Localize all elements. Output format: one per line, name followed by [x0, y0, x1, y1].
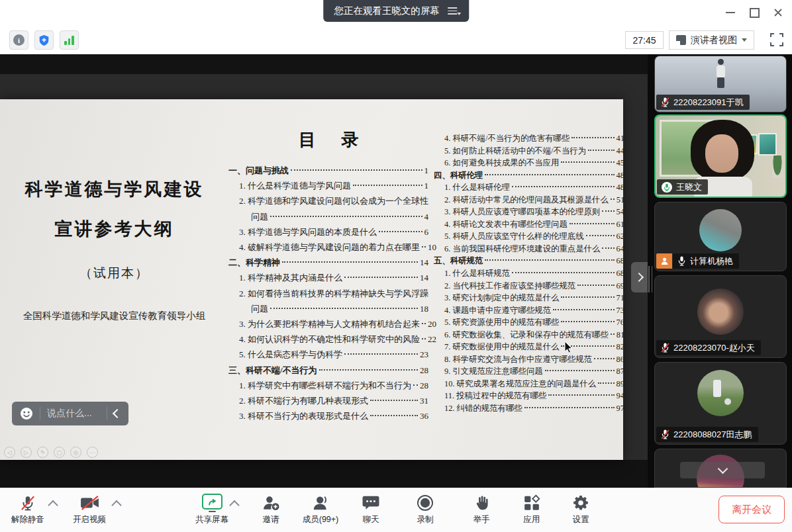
- toc-page-number: 76: [617, 316, 624, 329]
- fullscreen-button[interactable]: [769, 32, 784, 47]
- toolbar-label: 录制: [417, 514, 434, 525]
- toc-dot-leader: [344, 277, 418, 278]
- toc-entry: 4. 科研论文发表中有哪些伦理问题 61: [434, 218, 624, 231]
- doc-author: 全国科学道德和学风建设宣传教育领导小组: [0, 310, 228, 322]
- quick-chat-bar[interactable]: 说点什么...: [12, 402, 128, 425]
- meeting-info-button[interactable]: i: [9, 30, 28, 50]
- minimize-button[interactable]: [723, 5, 738, 20]
- toc-page-number: 14: [420, 255, 428, 270]
- toc-page-number: 81: [617, 329, 624, 341]
- toc-dot-leader: [344, 353, 418, 355]
- toolbar-label: 共享屏幕: [195, 514, 228, 525]
- toc-page-number: 1: [424, 163, 429, 178]
- toolbar-label: 举手: [473, 514, 490, 525]
- raise-hand-button[interactable]: 举手: [473, 494, 490, 525]
- video-options-chevron[interactable]: [111, 500, 122, 511]
- share-options-chevron[interactable]: [229, 500, 240, 511]
- toc-entry-text: 三、科研不端/不当行为: [228, 363, 317, 378]
- members-button[interactable]: 成员(99+): [303, 494, 339, 525]
- settings-button[interactable]: 设置: [572, 494, 589, 525]
- banner-menu-icon[interactable]: [448, 7, 458, 15]
- toc-page-number: 41: [617, 132, 624, 145]
- participant-tile-partial[interactable]: [654, 449, 787, 488]
- toc-entry-text: 3. 科研人员应该遵守哪四项基本的伦理原则: [444, 206, 600, 218]
- view-mode-label: 演讲者视图: [691, 34, 737, 46]
- chat-button[interactable]: 聊天: [362, 494, 379, 525]
- sidebar-collapse-handle[interactable]: [631, 262, 648, 292]
- raise-hand-icon: [473, 494, 490, 511]
- share-screen-button[interactable]: 共享屏幕: [195, 494, 228, 525]
- toc-dot-leader: [379, 231, 422, 232]
- maximize-button[interactable]: [747, 5, 762, 20]
- toc-dot-leader: [545, 370, 615, 371]
- toc-entry-text: 9. 引文规范应注意哪些问题: [444, 365, 543, 378]
- watching-banner[interactable]: 您正在观看王晓文的屏幕: [323, 0, 469, 22]
- participant-tile-yukai[interactable]: 22208223091于凯: [654, 56, 787, 112]
- viewer-control[interactable]: ▷: [21, 447, 32, 458]
- toc-entry-text: 二、科学精神: [228, 255, 280, 270]
- start-video-button[interactable]: 开启视频: [73, 494, 106, 525]
- toc-entry-text: 2. 如何看待当前科技界的科学精神缺失与学风浮躁: [239, 286, 428, 301]
- close-button[interactable]: [771, 5, 785, 20]
- viewer-control[interactable]: ⋯: [87, 447, 98, 458]
- apps-icon: [523, 494, 540, 511]
- view-mode-button[interactable]: 演讲者视图: [669, 30, 754, 50]
- window-header: 您正在观看王晓文的屏幕 i 27:45 演讲者视图: [0, 0, 792, 54]
- toc-dot-leader: [611, 199, 615, 200]
- toc-dot-leader: [602, 247, 614, 249]
- toc-entry-text: 12. 纠错的规范有哪些: [444, 402, 522, 415]
- toc-page-number: 54: [617, 206, 624, 218]
- mic-on-icon: [677, 256, 686, 266]
- toc-entry-text: 5. 什么是病态科学与伪科学: [239, 347, 342, 362]
- participant-tile-zhaoxiaotian[interactable]: 22208223070-赵小天: [654, 275, 787, 358]
- mic-muted-icon: [661, 97, 669, 107]
- participant-tile-wangxiaowen[interactable]: 王晓文: [654, 114, 787, 198]
- panel-drag-handle[interactable]: [648, 266, 652, 292]
- toc-entry: 3. 研究计划制定中的规范是什么 71: [434, 292, 624, 304]
- screen-share-icon: [202, 494, 223, 510]
- invite-button[interactable]: 邀请: [262, 494, 280, 525]
- mic-options-chevron[interactable]: [48, 500, 58, 511]
- participant-tile-tianzhipeng[interactable]: 22208088027田志鹏: [654, 362, 787, 445]
- toc-entry-text: 6. 如何避免科技成果的不当应用: [444, 157, 559, 169]
- chevron-down-icon: [717, 464, 728, 474]
- collapse-left-icon[interactable]: [113, 409, 122, 418]
- viewer-control[interactable]: ◎: [70, 447, 81, 458]
- shield-plus-icon: [38, 34, 50, 46]
- smiley-icon[interactable]: [20, 407, 33, 420]
- participant-tile-yangyan[interactable]: 计算机杨艳: [654, 202, 787, 271]
- toc-entry: 五、科研规范 68: [434, 255, 624, 267]
- record-button[interactable]: 录制: [417, 494, 434, 525]
- toolbar-label: 聊天: [363, 514, 379, 525]
- mic-muted-icon: [19, 494, 36, 512]
- toc-page-number: 18: [420, 301, 428, 316]
- close-icon: [773, 8, 783, 17]
- toc-entry: 2. 科研活动中常见的伦理问题及其根源是什么 51: [434, 194, 624, 206]
- scroll-more-indicator[interactable]: [680, 462, 765, 478]
- toc-dot-leader: [611, 333, 615, 335]
- toc-entry-text: 7. 研究数据使用中的规范是什么: [444, 341, 559, 353]
- toc-dot-leader: [422, 338, 426, 339]
- chat-input-placeholder[interactable]: 说点什么...: [47, 408, 100, 420]
- network-status-button[interactable]: [60, 30, 79, 50]
- doc-title-line1: 科学道德与学风建设: [0, 177, 228, 201]
- toc-dot-leader: [553, 309, 615, 310]
- toc-entry-text: 一、问题与挑战: [228, 163, 289, 178]
- share-top-strip: [0, 54, 648, 74]
- toc-entry-text: 2. 当代科技工作者应该坚持哪些规范: [444, 280, 575, 292]
- leave-meeting-button[interactable]: 离开会议: [718, 496, 785, 523]
- viewer-control[interactable]: ✎: [37, 447, 48, 458]
- viewer-control[interactable]: ◁: [4, 447, 15, 458]
- toc-page-number: 62: [617, 230, 624, 243]
- toc-entry-text: 2. 科研不端行为有哪几种表现形式: [239, 393, 368, 408]
- viewer-control[interactable]: ▢: [54, 447, 65, 458]
- unmute-button[interactable]: 解除静音: [11, 494, 44, 525]
- apps-button[interactable]: 应用: [523, 494, 540, 525]
- toc-page-number: 6: [424, 224, 429, 240]
- security-button[interactable]: [34, 30, 54, 50]
- toc-dot-leader: [588, 150, 615, 151]
- shared-screen-view: 科学道德与学风建设 宣讲参考大纲 （试用本） 全国科学道德和学风建设宣传教育领导…: [0, 54, 648, 488]
- toc-page-number: 44: [617, 145, 624, 157]
- doc-edition: （试用本）: [0, 265, 228, 282]
- toc-dot-leader: [602, 210, 614, 212]
